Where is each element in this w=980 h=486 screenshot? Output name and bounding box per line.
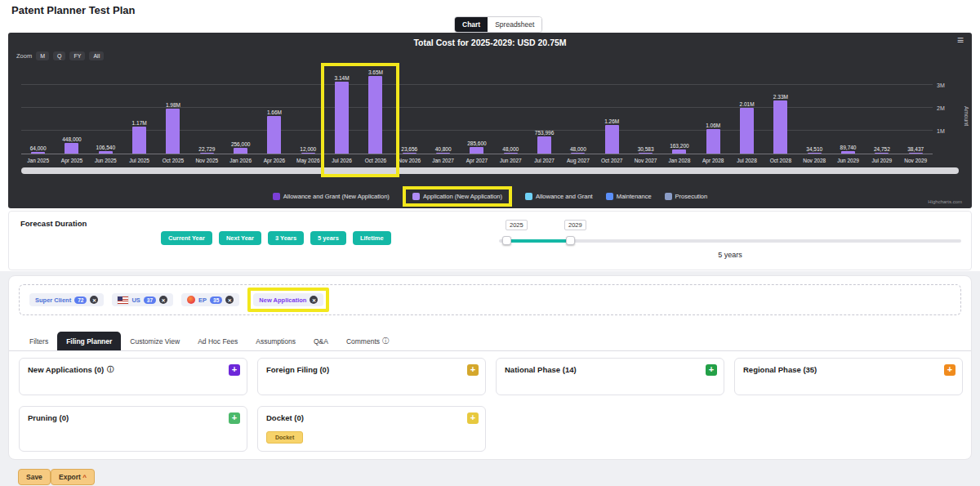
zoom-controls: Zoom MQFYAll	[16, 51, 104, 60]
x-axis-label: Jun 2029	[831, 158, 865, 163]
bar-slot: 38,437	[899, 69, 933, 154]
filter-chip-new-application[interactable]: New Application✕	[253, 293, 323, 306]
bar-apr-2027[interactable]	[470, 147, 483, 154]
forecast-range-buttons: Current YearNext Year3 Years5 yearsLifet…	[161, 231, 391, 245]
bar-slot: 2.33M	[764, 69, 797, 154]
bar-nov-2028[interactable]	[808, 153, 822, 154]
bar-slot: 30,583	[629, 69, 662, 154]
add-docket-0-button[interactable]: +	[467, 412, 479, 424]
legend-item-prosecution[interactable]: Prosecution	[665, 193, 708, 200]
filter-chip-ep[interactable]: EP35✕	[181, 293, 239, 306]
zoom-option-q[interactable]: Q	[53, 51, 65, 60]
bar-slot: 448,000	[55, 69, 88, 154]
bar-value-label: 89,740	[840, 145, 857, 150]
forecast-current-year-button[interactable]: Current Year	[161, 231, 212, 245]
docket-button[interactable]: Docket	[266, 431, 303, 444]
x-axis-label: May 2026	[292, 158, 325, 163]
tab-ad-hoc-fees[interactable]: Ad Hoc Fees	[189, 332, 247, 350]
remove-chip-icon[interactable]: ✕	[225, 296, 234, 304]
bar-oct-2027[interactable]	[605, 125, 619, 154]
tab-assumptions[interactable]: Assumptions	[247, 332, 305, 350]
chart-toggle-button[interactable]: Chart	[455, 17, 488, 32]
bar-jul-2025[interactable]	[132, 127, 146, 154]
bar-oct-2025[interactable]	[166, 109, 180, 154]
forecast-5-years-button[interactable]: 5 years	[310, 231, 346, 245]
card-title: Docket (0)	[266, 413, 304, 422]
bar-value-label: 3.65M	[368, 69, 383, 75]
tab-q-a[interactable]: Q&A	[305, 332, 337, 350]
bar-jan-2028[interactable]	[672, 149, 686, 154]
add-new-applications-0-button[interactable]: +	[229, 364, 240, 376]
slider-handle-right[interactable]	[566, 236, 575, 245]
tab-filing-planner[interactable]: Filing Planner	[57, 332, 121, 350]
bar-jul-2029[interactable]	[875, 153, 889, 154]
bar-slot: 34,510	[798, 69, 831, 154]
chart-scrollbar[interactable]	[21, 167, 959, 174]
chart-menu-icon[interactable]: ≡	[957, 33, 964, 47]
save-button[interactable]: Save	[18, 469, 51, 485]
add-regional-phase-35-button[interactable]: +	[944, 364, 956, 376]
export-label: Export	[59, 473, 81, 481]
tab-comments[interactable]: Commentsⓘ	[337, 332, 398, 350]
slider-handle-left[interactable]	[502, 236, 511, 245]
tab-filters[interactable]: Filters	[20, 332, 57, 350]
bar-value-label: 753,996	[535, 130, 555, 136]
bar-nov-2026[interactable]	[403, 153, 416, 154]
bar-jun-2027[interactable]	[504, 153, 518, 154]
forecast-3-years-button[interactable]: 3 Years	[268, 231, 304, 245]
bar-jan-2025[interactable]	[31, 152, 45, 154]
bar-nov-2027[interactable]	[639, 153, 653, 154]
x-axis-label: Apr 2026	[257, 158, 291, 163]
forecast-duration-heading: Forecast Duration	[20, 219, 87, 228]
legend-item-maintenance[interactable]: Maintenance	[606, 193, 652, 200]
bar-jun-2025[interactable]	[99, 151, 113, 154]
bar-jan-2027[interactable]	[436, 153, 450, 154]
bar-aug-2027[interactable]	[571, 153, 585, 154]
add-national-phase-14-button[interactable]: +	[706, 364, 717, 376]
zoom-option-m[interactable]: M	[36, 51, 49, 60]
add-foreign-filing-0-button[interactable]: +	[467, 364, 479, 376]
x-axis-label: Nov 2027	[629, 158, 662, 163]
x-axis-label: Jan 2027	[426, 158, 460, 163]
legend-item-allowance-and-grant-new-application[interactable]: Allowance and Grant (New Application)	[273, 193, 390, 200]
bar-jul-2026[interactable]	[335, 82, 349, 154]
bar-apr-2025[interactable]	[65, 143, 78, 154]
bar-jun-2029[interactable]	[841, 151, 855, 154]
card-title: Foreign Filing (0)	[266, 365, 329, 374]
view-toggle: Chart Spreadsheet	[454, 16, 542, 33]
card-title: New Applications (0)ⓘ	[28, 365, 114, 374]
spreadsheet-toggle-button[interactable]: Spreadsheet	[488, 17, 541, 32]
bar-apr-2028[interactable]	[706, 129, 720, 154]
bar-value-label: 38,437	[907, 146, 924, 152]
legend-label: Application (New Application)	[423, 193, 502, 200]
tab-customize-view[interactable]: Customize View	[121, 332, 189, 350]
bar-slot: 89,740	[831, 69, 865, 154]
bar-nov-2029[interactable]	[909, 153, 923, 154]
bar-jan-2026[interactable]	[234, 148, 247, 154]
bar-nov-2025[interactable]	[200, 153, 214, 154]
card-title-text: National Phase (14)	[505, 365, 577, 374]
bar-jul-2027[interactable]	[537, 136, 551, 154]
remove-chip-icon[interactable]: ✕	[159, 296, 167, 304]
filter-chip-super-client[interactable]: Super Client72✕	[29, 293, 104, 306]
bar-slot: 1.98M	[156, 69, 189, 154]
legend-item-allowance-and-grant[interactable]: Allowance and Grant	[525, 193, 593, 200]
x-axis-label: Jul 2027	[528, 158, 561, 163]
legend-item-application-new-application[interactable]: Application (New Application)	[403, 186, 512, 207]
zoom-option-all[interactable]: All	[89, 51, 104, 60]
forecast-lifetime-button[interactable]: Lifetime	[353, 231, 391, 245]
bar-slot: 285,600	[460, 69, 493, 154]
remove-chip-icon[interactable]: ✕	[90, 296, 98, 304]
bar-oct-2026[interactable]	[368, 76, 382, 154]
filter-chip-us[interactable]: US37✕	[112, 293, 173, 306]
zoom-option-fy[interactable]: FY	[69, 51, 85, 60]
add-pruning-0-button[interactable]: +	[229, 412, 240, 424]
export-button[interactable]: Export ^	[51, 469, 95, 485]
bar-slot: 23,656	[393, 69, 426, 154]
bar-may-2026[interactable]	[301, 153, 315, 154]
bar-apr-2026[interactable]	[267, 116, 281, 154]
forecast-next-year-button[interactable]: Next Year	[219, 231, 261, 245]
bar-jul-2028[interactable]	[740, 108, 754, 154]
bar-oct-2028[interactable]	[773, 100, 787, 154]
remove-chip-icon[interactable]: ✕	[310, 296, 318, 304]
